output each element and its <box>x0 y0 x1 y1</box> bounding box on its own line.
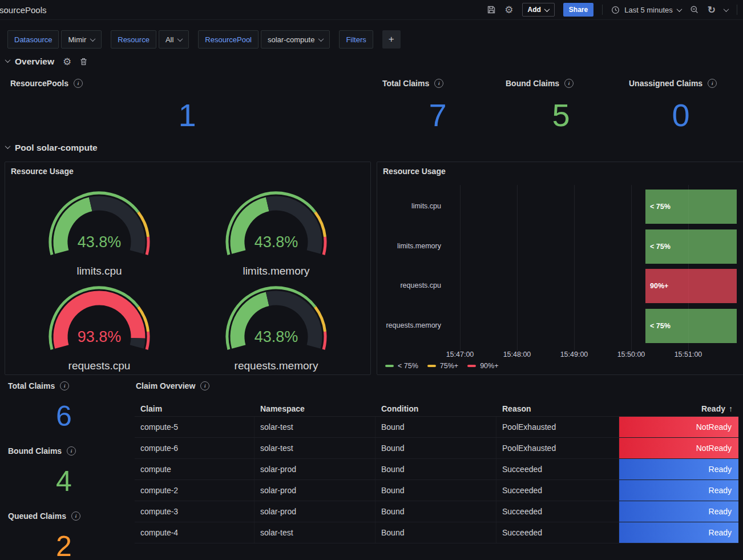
refresh-button[interactable] <box>708 5 716 15</box>
save-dashboard-icon[interactable] <box>487 5 496 14</box>
sort-arrow-icon: ↑ <box>729 404 733 413</box>
zoom-out-icon[interactable] <box>690 5 699 14</box>
cell-namespace: solar-test <box>255 522 375 543</box>
info-icon[interactable] <box>434 79 443 88</box>
panel-title[interactable]: Bound Claims <box>8 446 62 456</box>
timeline-row-label: requests.cpu <box>377 281 441 289</box>
variable-value-dropdown[interactable]: Mimir <box>61 30 102 49</box>
timeline-row-label: limits.memory <box>377 242 441 250</box>
section-settings-icon[interactable] <box>63 57 71 67</box>
add-button-label: Add <box>528 6 541 14</box>
divider <box>737 5 737 15</box>
cell-ready-status: Ready <box>619 501 738 522</box>
info-icon[interactable] <box>708 79 717 88</box>
panel-title[interactable]: Claim Overview <box>136 381 195 390</box>
chevron-down-icon <box>177 36 183 42</box>
section-overview[interactable]: Overview <box>6 57 87 67</box>
info-icon[interactable] <box>74 79 83 88</box>
timeline-state-bar: < 75% <box>645 309 737 343</box>
column-header-reason[interactable]: Reason <box>496 401 619 416</box>
cell-namespace: solar-test <box>255 417 375 437</box>
time-range-picker[interactable]: Last 5 minutes <box>611 6 681 14</box>
info-icon[interactable] <box>67 446 76 456</box>
column-header-condition[interactable]: Condition <box>375 401 496 416</box>
add-button[interactable]: Add <box>522 3 555 17</box>
info-icon[interactable] <box>200 381 209 390</box>
cell-claim: compute <box>135 459 255 480</box>
legend-item[interactable]: 75%+ <box>427 362 458 370</box>
gauge-limits.memory: 43.8%limits.memory <box>188 183 365 277</box>
x-axis-tick: 15:48:00 <box>493 350 541 358</box>
gauge-value: 43.8% <box>255 233 298 251</box>
panel-title[interactable]: Bound Claims <box>506 79 559 88</box>
cell-claim: compute-5 <box>135 417 255 437</box>
variable-group: Datasource Mimir <box>7 30 102 49</box>
table-row: compute-6solar-testBoundPoolExhaustedNot… <box>135 438 738 459</box>
panel-title[interactable]: Queued Claims <box>8 511 66 521</box>
cell-claim: compute-2 <box>135 480 255 501</box>
info-icon[interactable] <box>71 511 80 521</box>
panel-title[interactable]: Total Claims <box>8 381 55 390</box>
collapse-chevron-icon <box>5 143 11 149</box>
variable-value-dropdown[interactable]: All <box>159 30 189 49</box>
variable-value: solar-compute <box>268 35 314 44</box>
variable-value-dropdown[interactable]: solar-compute <box>261 30 330 49</box>
legend-item[interactable]: < 75% <box>385 362 418 370</box>
timeline-state-bar: < 75% <box>645 190 737 224</box>
panel-title[interactable]: Unassigned Claims <box>629 79 702 88</box>
panel-stat-resourcepools: ResourcePools 1 <box>5 74 370 138</box>
dashboard-settings-icon[interactable] <box>504 5 513 15</box>
section-trash-icon[interactable] <box>80 58 87 66</box>
state-label: < 75% <box>650 243 671 251</box>
cell-condition: Bound <box>375 480 496 501</box>
cell-claim: compute-3 <box>135 501 255 522</box>
claims-table: ClaimNamespaceConditionReasonReady↑compu… <box>135 401 738 543</box>
dashboard-title: sourcePools <box>0 5 47 15</box>
column-header-ready[interactable]: Ready↑ <box>619 401 738 416</box>
filters-button[interactable]: Filters <box>339 30 373 49</box>
cell-reason: Succeeded <box>496 459 619 480</box>
section-pool-solar-compute[interactable]: Pool solar-compute <box>6 143 98 153</box>
gauge-value: 43.8% <box>255 328 298 345</box>
refresh-interval-caret[interactable] <box>724 6 729 12</box>
info-icon[interactable] <box>60 381 69 390</box>
panel-claim-overview: Claim Overview ClaimNamespaceConditionRe… <box>130 377 743 560</box>
cell-namespace: solar-test <box>255 438 375 458</box>
panel-title[interactable]: Total Claims <box>382 79 429 88</box>
panel-gauge-resource-usage: Resource Usage 43.8%limits.cpu43.8%limit… <box>5 162 371 375</box>
stat-value: 0 <box>623 99 738 131</box>
cell-ready-status: Ready <box>619 459 738 480</box>
cell-claim: compute-4 <box>135 522 255 543</box>
panel-timeline-resource-usage: Resource Usage limits.cpu< 75%limits.mem… <box>377 162 743 375</box>
panel-title[interactable]: Resource Usage <box>11 167 74 176</box>
state-label: < 75% <box>650 322 671 330</box>
column-header-namespace[interactable]: Namespace <box>255 401 375 416</box>
timeline-row-label: limits.cpu <box>377 202 441 210</box>
section-title: Overview <box>15 57 54 67</box>
info-icon[interactable] <box>564 79 574 88</box>
x-axis-tick: 15:47:00 <box>436 350 484 358</box>
gauge-label: requests.cpu <box>68 360 131 372</box>
time-range-label: Last 5 minutes <box>624 6 673 14</box>
variable-label: ResourcePool <box>198 30 259 49</box>
cell-condition: Bound <box>375 438 496 458</box>
collapse-chevron-icon <box>5 57 11 63</box>
variable-label: Datasource <box>7 30 59 49</box>
legend-item[interactable]: 90%+ <box>467 362 498 370</box>
add-filter-button[interactable]: + <box>382 30 401 49</box>
stat-value: 2 <box>0 532 128 560</box>
section-title: Pool solar-compute <box>15 143 98 153</box>
x-axis-tick: 15:51:00 <box>664 350 712 358</box>
panel-title[interactable]: ResourcePools <box>10 79 68 88</box>
cell-condition: Bound <box>375 522 496 543</box>
stat-value: 5 <box>500 99 622 131</box>
share-button[interactable]: Share <box>563 3 593 17</box>
clock-icon <box>611 6 620 14</box>
gauge-label: limits.memory <box>243 265 309 277</box>
panel-stat-bound-claims-pool: Bound Claims 4 <box>0 442 128 507</box>
table-row: compute-2solar-prodBoundSucceededReady <box>135 480 738 501</box>
stat-value: 6 <box>0 402 128 430</box>
cell-condition: Bound <box>375 501 496 522</box>
column-header-claim[interactable]: Claim <box>135 401 255 416</box>
variables-bar: Datasource Mimir Resource All Resour <box>7 30 401 49</box>
